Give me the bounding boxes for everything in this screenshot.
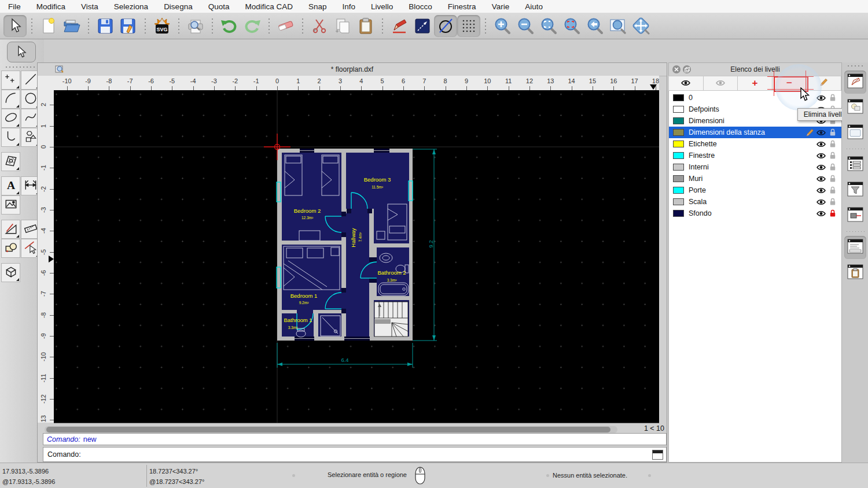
library-browser-dock-button[interactable] — [844, 121, 866, 145]
tool-polyline-button[interactable] — [1, 128, 20, 147]
circle-tool-button[interactable] — [434, 15, 457, 37]
tool-text-button[interactable]: A — [1, 176, 20, 195]
menu-varie[interactable]: Varie — [492, 2, 510, 11]
new-file-button[interactable] — [37, 15, 60, 37]
layer-lock-icon[interactable] — [827, 94, 838, 102]
show-all-layers-button[interactable] — [668, 76, 704, 91]
tool-ellipse-button[interactable] — [1, 109, 20, 128]
select-tool-button[interactable] — [7, 42, 36, 62]
layer-visibility-icon[interactable] — [815, 176, 827, 182]
layer-row-scala[interactable]: Scala — [669, 196, 841, 208]
menu-aiuto[interactable]: Aiuto — [525, 2, 543, 11]
layer-lock-icon[interactable] — [827, 151, 838, 160]
menu-info[interactable]: Info — [343, 2, 356, 11]
layer-lock-icon[interactable] — [827, 175, 838, 183]
dock-drag-handle[interactable] — [847, 65, 864, 67]
layer-visibility-icon[interactable] — [815, 141, 827, 147]
layer-lock-icon[interactable] — [827, 163, 838, 171]
layer-lock-icon[interactable] — [827, 186, 838, 194]
open-file-button[interactable] — [60, 15, 83, 37]
menu-modifica[interactable]: Modifica — [36, 2, 65, 11]
layer-row-dimensioni-della-stanza[interactable]: Dimensioni della stanza — [669, 127, 841, 138]
menu-blocco[interactable]: Blocco — [409, 2, 432, 11]
save-as-button[interactable] — [117, 15, 140, 37]
layer-row-sfondo[interactable]: Sfondo — [669, 208, 841, 219]
vruler-label: -5 — [39, 243, 47, 261]
layer-lock-icon[interactable] — [827, 128, 838, 136]
command-dock-toggle-icon[interactable] — [652, 450, 663, 460]
zoom-out-button[interactable] — [514, 15, 537, 37]
select-arrow-button[interactable] — [3, 15, 27, 37]
paste-button[interactable] — [354, 15, 377, 37]
eraser-button[interactable] — [274, 15, 297, 37]
tool-hatch-button[interactable] — [1, 152, 20, 171]
command-input[interactable] — [86, 450, 649, 459]
property-editor-dock-button[interactable] — [844, 71, 866, 94]
tool-blocks-button[interactable] — [1, 239, 20, 258]
layer-visibility-icon[interactable] — [815, 130, 827, 136]
menu-seleziona[interactable]: Seleziona — [114, 2, 148, 11]
layer-lock-icon[interactable] — [827, 209, 838, 217]
zoom-previous-button[interactable] — [583, 15, 606, 37]
zoom-pan-button[interactable] — [630, 15, 653, 37]
menu-modifica-cad[interactable]: Modifica CAD — [245, 2, 293, 11]
layer-row-porte[interactable]: Porte — [669, 184, 841, 196]
menu-livello[interactable]: Livello — [371, 2, 393, 11]
zoom-in-button[interactable] — [491, 15, 514, 37]
zoom-auto-button[interactable] — [537, 15, 560, 37]
layer-lock-icon[interactable] — [827, 140, 838, 148]
menu-disegna[interactable]: Disegna — [164, 2, 193, 11]
menu-file[interactable]: File — [8, 2, 21, 11]
layer-visibility-icon[interactable] — [815, 187, 827, 194]
cut-button[interactable] — [308, 15, 331, 37]
drawing-window-titlebar[interactable]: * floorplan.dxf — [38, 63, 667, 76]
tool-modify-button[interactable] — [1, 220, 20, 239]
layer-row-finestre[interactable]: Finestre — [669, 150, 841, 161]
menu-finestra[interactable]: Finestra — [448, 2, 476, 11]
zoom-window-button[interactable] — [606, 15, 630, 37]
save-file-button[interactable] — [94, 15, 117, 37]
layer-visibility-icon[interactable] — [815, 210, 827, 217]
print-preview-button[interactable] — [184, 15, 207, 37]
edit-layer-icon[interactable] — [804, 128, 815, 137]
tool-solid-button[interactable] — [1, 263, 20, 282]
grid-toggle-button[interactable] — [457, 15, 480, 37]
float-panel-button[interactable] — [683, 65, 691, 73]
drawing-canvas[interactable]: Bedroom 2 12.3m² Bedroom 3 11.5m² Bedroo… — [54, 90, 659, 423]
layer-visibility-icon[interactable] — [815, 164, 827, 171]
command-widget-dock-button[interactable] — [844, 236, 866, 259]
layer-row-0[interactable]: 0 — [669, 92, 841, 103]
layer-lock-icon[interactable] — [827, 198, 838, 206]
undo-button[interactable] — [218, 15, 241, 37]
tool-arc-button[interactable] — [1, 90, 20, 109]
block-list-dock-button[interactable] — [844, 96, 866, 119]
layer-row-interni[interactable]: Interni — [669, 161, 841, 173]
copy-button[interactable] — [331, 15, 354, 37]
clipboard-panel-dock-button[interactable] — [844, 261, 866, 284]
redo-button[interactable] — [241, 15, 264, 37]
tool-image-button[interactable] — [1, 195, 20, 215]
hide-all-layers-button[interactable] — [703, 76, 738, 91]
horizontal-scrollbar[interactable] — [45, 426, 617, 433]
layer-visibility-icon[interactable] — [815, 153, 827, 159]
svg-export-button[interactable]: SVG — [150, 15, 174, 37]
menu-quota[interactable]: Quota — [208, 2, 230, 11]
zoom-selection-button[interactable] — [560, 15, 583, 37]
palette-drag-handle[interactable] — [5, 66, 39, 68]
pen-palette-dock-button[interactable] — [844, 204, 866, 227]
close-panel-button[interactable] — [672, 65, 681, 73]
scrollbar-thumb[interactable] — [46, 427, 610, 432]
entity-list-dock-button[interactable] — [844, 153, 866, 176]
tool-points-button[interactable] — [1, 71, 20, 90]
polar-coordinates: 18.7237<343.27° — [149, 468, 198, 475]
line-tool-button[interactable] — [411, 15, 434, 37]
layer-visibility-icon[interactable] — [815, 95, 827, 101]
menu-vista[interactable]: Vista — [81, 2, 98, 11]
layer-visibility-icon[interactable] — [815, 199, 827, 205]
selection-filter-dock-button[interactable] — [844, 179, 866, 202]
layer-row-etichette[interactable]: Etichette — [669, 138, 841, 150]
draw-pen-button[interactable] — [388, 15, 411, 37]
add-layer-icon: + — [752, 77, 758, 89]
layer-row-muri[interactable]: Muri — [669, 173, 841, 184]
menu-snap[interactable]: Snap — [308, 2, 327, 11]
